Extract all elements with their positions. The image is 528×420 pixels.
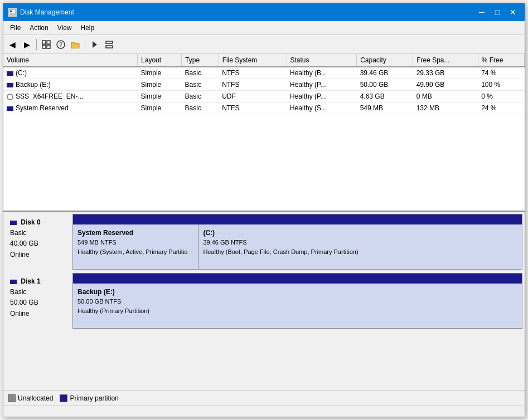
cell-capacity: 39.46 GB <box>357 67 413 79</box>
main-window: Disk Management ─ □ ✕ File Action View H… <box>3 3 525 417</box>
col-capacity[interactable]: Capacity <box>357 54 413 67</box>
svg-rect-1 <box>10 11 12 12</box>
cell-freespace: 132 MB <box>413 102 478 114</box>
partition-status-0-0: Healthy (System, Active, Primary Partiti… <box>77 248 187 255</box>
cell-volume: (C:) <box>3 67 138 79</box>
legend-label-unallocated: Unallocated <box>18 394 53 402</box>
svg-rect-6 <box>47 45 50 48</box>
cell-type: Basic <box>182 67 219 79</box>
col-volume[interactable]: Volume <box>3 54 138 67</box>
legend-area: Unallocated Primary partition <box>3 390 525 406</box>
cell-volume: Backup (E:) <box>3 79 138 91</box>
cell-layout: Simple <box>138 67 182 79</box>
partition-status-1-0: Healthy (Primary Partition) <box>77 307 149 314</box>
svg-rect-11 <box>106 46 113 48</box>
cell-type: Basic <box>182 79 219 91</box>
cell-volume: SSS_X64FREE_EN-... <box>3 91 138 102</box>
partition-status-0-1: Healthy (Boot, Page File, Crash Dump, Pr… <box>203 248 358 255</box>
menu-action[interactable]: Action <box>25 22 52 33</box>
minimize-button[interactable]: ─ <box>474 7 489 18</box>
cell-freespace: 29.33 GB <box>413 67 478 79</box>
disk-row-1: Disk 1 Basic 50.00 GB Online Backup (E:)… <box>6 273 522 329</box>
cell-type: Basic <box>182 102 219 114</box>
col-freespace[interactable]: Free Spa... <box>413 54 478 67</box>
table-row[interactable]: System Reserved Simple Basic NTFS Health… <box>3 102 525 114</box>
disk-icon <box>7 106 13 111</box>
cell-freespace: 49.90 GB <box>413 79 478 91</box>
disk-parts-row-0: System Reserved 549 MB NTFS Healthy (Sys… <box>73 224 522 269</box>
disk-header-bar-0 <box>73 214 522 224</box>
svg-text:?: ? <box>59 42 62 48</box>
disk-name-0: Disk 0 <box>21 218 40 226</box>
help-button[interactable]: ? <box>54 38 67 51</box>
forward-button[interactable]: ▶ <box>20 38 33 51</box>
col-layout[interactable]: Layout <box>138 54 182 67</box>
view2-button[interactable] <box>103 38 116 51</box>
col-status[interactable]: Status <box>287 54 357 67</box>
svg-rect-3 <box>42 41 46 44</box>
cell-status: Healthy (P... <box>287 91 357 102</box>
cell-percentfree: 24 % <box>478 102 524 114</box>
partition-size-0-1: 39.46 GB NTFS <box>203 239 246 246</box>
menu-help[interactable]: Help <box>76 22 99 33</box>
disk-icon-small <box>10 221 17 225</box>
legend-box-unallocated <box>8 394 16 402</box>
close-button[interactable]: ✕ <box>506 7 520 18</box>
disk-partition-0-0[interactable]: System Reserved 549 MB NTFS Healthy (Sys… <box>73 224 198 269</box>
back-button[interactable]: ◀ <box>6 38 19 51</box>
disk-partitions-1: Backup (E:) 50.00 GB NTFS Healthy (Prima… <box>72 273 522 329</box>
partition-name-0-1: (C:) <box>203 229 215 237</box>
cell-volume: System Reserved <box>3 102 138 114</box>
col-filesystem[interactable]: File System <box>219 54 287 67</box>
disk-partition-1-0[interactable]: Backup (E:) 50.00 GB NTFS Healthy (Prima… <box>73 284 522 328</box>
cd-icon <box>7 94 13 100</box>
disk-type-0: Basic <box>10 229 26 237</box>
disk-parts-row-1: Backup (E:) 50.00 GB NTFS Healthy (Prima… <box>73 284 522 328</box>
cell-layout: Simple <box>138 79 182 91</box>
partition-name-1-0: Backup (E:) <box>77 288 115 296</box>
disk-map-area[interactable]: Disk 0 Basic 40.00 GB Online System Rese… <box>3 212 525 390</box>
disk-icon-small <box>10 280 17 284</box>
disk-partitions-0: System Reserved 549 MB NTFS Healthy (Sys… <box>72 214 522 270</box>
maximize-button[interactable]: □ <box>490 7 505 18</box>
title-bar: Disk Management ─ □ ✕ <box>3 3 525 21</box>
disk-header-bar-1 <box>73 274 522 284</box>
folder-button[interactable] <box>69 38 82 51</box>
toolbar-separator-1 <box>36 39 37 50</box>
menu-file[interactable]: File <box>6 22 25 33</box>
svg-rect-5 <box>42 45 46 48</box>
disk-status-1: Online <box>10 310 30 318</box>
table-row[interactable]: Backup (E:) Simple Basic NTFS Healthy (P… <box>3 79 525 91</box>
app-icon <box>8 8 17 17</box>
cell-type: Basic <box>182 91 219 102</box>
cell-filesystem: NTFS <box>219 102 287 114</box>
svg-rect-4 <box>47 41 50 44</box>
legend-box-primary <box>60 394 67 402</box>
window-controls: ─ □ ✕ <box>474 7 520 18</box>
legend-unallocated: Unallocated <box>8 394 53 402</box>
grid-button[interactable] <box>40 38 53 51</box>
main-content: Volume Layout Type File System Status Ca… <box>3 54 525 417</box>
disk-row-0: Disk 0 Basic 40.00 GB Online System Rese… <box>6 214 522 270</box>
disk-size-1: 50.00 GB <box>10 299 38 306</box>
disk-label-1: Disk 1 Basic 50.00 GB Online <box>6 273 72 329</box>
cell-status: Healthy (B... <box>287 67 357 79</box>
cell-layout: Simple <box>138 91 182 102</box>
table-row[interactable]: (C:) Simple Basic NTFS Healthy (B... 39.… <box>3 67 525 79</box>
menu-view[interactable]: View <box>53 22 76 33</box>
table-row[interactable]: SSS_X64FREE_EN-... Simple Basic UDF Heal… <box>3 91 525 102</box>
cell-freespace: 0 MB <box>413 91 478 102</box>
partition-size-0-0: 549 MB NTFS <box>77 239 117 246</box>
col-percentfree[interactable]: % Free <box>478 54 524 67</box>
col-type[interactable]: Type <box>182 54 219 67</box>
cell-percentfree: 100 % <box>478 79 524 91</box>
volume-table: Volume Layout Type File System Status Ca… <box>3 54 525 114</box>
volume-table-area[interactable]: Volume Layout Type File System Status Ca… <box>3 54 525 212</box>
cell-layout: Simple <box>138 102 182 114</box>
disk-partition-0-1[interactable]: (C:) 39.46 GB NTFS Healthy (Boot, Page F… <box>198 224 522 269</box>
disk-label-0: Disk 0 Basic 40.00 GB Online <box>6 214 72 270</box>
menu-bar: File Action View Help <box>3 21 525 35</box>
disk-status-0: Online <box>10 251 30 258</box>
arrow-button[interactable] <box>88 38 101 51</box>
cell-status: Healthy (S... <box>287 102 357 114</box>
